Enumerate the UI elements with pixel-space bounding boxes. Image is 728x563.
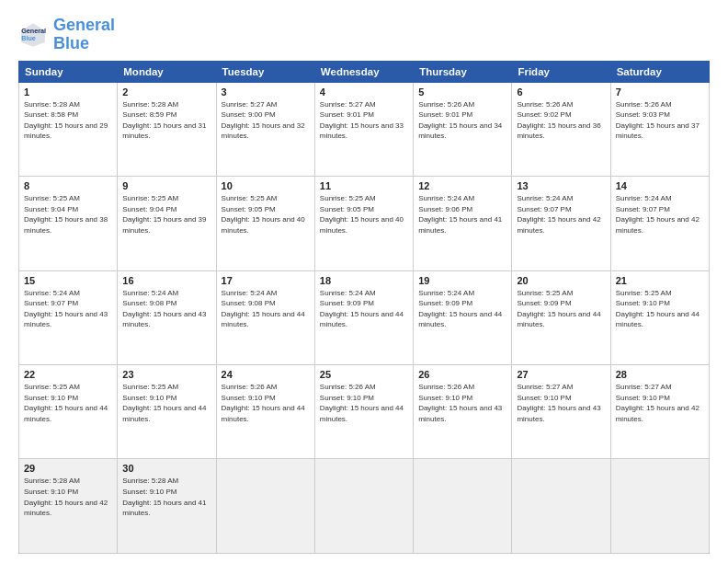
day-number: 14 (616, 180, 704, 191)
day-number: 6 (517, 86, 605, 98)
calendar-cell: 26Sunrise: 5:26 AMSunset: 9:10 PMDayligh… (414, 365, 512, 459)
day-number: 7 (616, 86, 704, 98)
weekday-header-friday: Friday (512, 61, 610, 82)
day-number: 9 (122, 180, 210, 191)
day-number: 22 (24, 369, 112, 380)
day-number: 16 (122, 275, 210, 286)
day-number: 24 (222, 369, 310, 380)
weekday-header-row: SundayMondayTuesdayWednesdayThursdayFrid… (19, 61, 710, 82)
calendar-cell: 8Sunrise: 5:25 AMSunset: 9:04 PMDaylight… (19, 177, 118, 270)
calendar-cell: 21Sunrise: 5:25 AMSunset: 9:10 PMDayligh… (610, 270, 709, 364)
day-info: Sunrise: 5:26 AMSunset: 9:10 PMDaylight:… (320, 382, 408, 424)
day-number: 19 (418, 275, 506, 286)
day-info: Sunrise: 5:26 AMSunset: 9:01 PMDaylight:… (418, 99, 506, 142)
day-number: 25 (320, 369, 408, 380)
logo-text: GeneralBlue (53, 17, 115, 53)
calendar-cell: 22Sunrise: 5:25 AMSunset: 9:10 PMDayligh… (19, 365, 118, 459)
calendar-cell (512, 459, 610, 554)
calendar-cell: 1Sunrise: 5:28 AMSunset: 8:58 PMDaylight… (19, 82, 118, 176)
calendar-cell: 13Sunrise: 5:24 AMSunset: 9:07 PMDayligh… (512, 177, 610, 270)
week-row-3: 15Sunrise: 5:24 AMSunset: 9:07 PMDayligh… (19, 270, 710, 364)
day-info: Sunrise: 5:24 AMSunset: 9:07 PMDaylight:… (24, 288, 112, 330)
day-number: 30 (122, 463, 210, 474)
day-number: 23 (122, 369, 210, 380)
day-info: Sunrise: 5:24 AMSunset: 9:08 PMDaylight:… (222, 288, 310, 330)
day-info: Sunrise: 5:27 AMSunset: 9:00 PMDaylight:… (222, 99, 310, 142)
calendar-cell (414, 459, 512, 554)
day-info: Sunrise: 5:27 AMSunset: 9:10 PMDaylight:… (616, 382, 704, 424)
day-info: Sunrise: 5:24 AMSunset: 9:09 PMDaylight:… (320, 288, 408, 330)
day-number: 10 (222, 180, 310, 191)
calendar-cell: 4Sunrise: 5:27 AMSunset: 9:01 PMDaylight… (314, 82, 413, 176)
day-number: 29 (24, 463, 112, 474)
calendar-cell: 25Sunrise: 5:26 AMSunset: 9:10 PMDayligh… (314, 365, 413, 459)
weekday-header-thursday: Thursday (414, 61, 512, 82)
day-info: Sunrise: 5:28 AMSunset: 8:59 PMDaylight:… (122, 99, 210, 142)
calendar-cell: 23Sunrise: 5:25 AMSunset: 9:10 PMDayligh… (118, 365, 216, 459)
week-row-2: 8Sunrise: 5:25 AMSunset: 9:04 PMDaylight… (19, 177, 710, 270)
calendar-cell: 6Sunrise: 5:26 AMSunset: 9:02 PMDaylight… (512, 82, 610, 176)
calendar-table: SundayMondayTuesdayWednesdayThursdayFrid… (18, 61, 710, 554)
calendar-cell: 18Sunrise: 5:24 AMSunset: 9:09 PMDayligh… (314, 270, 413, 364)
calendar-cell: 27Sunrise: 5:27 AMSunset: 9:10 PMDayligh… (512, 365, 610, 459)
day-info: Sunrise: 5:24 AMSunset: 9:07 PMDaylight:… (616, 193, 704, 236)
day-info: Sunrise: 5:25 AMSunset: 9:10 PMDaylight:… (24, 382, 112, 424)
calendar-cell: 2Sunrise: 5:28 AMSunset: 8:59 PMDaylight… (118, 82, 216, 176)
day-info: Sunrise: 5:25 AMSunset: 9:05 PMDaylight:… (320, 193, 408, 236)
calendar-cell (216, 459, 314, 554)
weekday-header-wednesday: Wednesday (314, 61, 413, 82)
day-number: 12 (418, 180, 506, 191)
day-info: Sunrise: 5:26 AMSunset: 9:10 PMDaylight:… (418, 382, 506, 424)
day-info: Sunrise: 5:25 AMSunset: 9:10 PMDaylight:… (616, 288, 704, 330)
calendar-cell: 14Sunrise: 5:24 AMSunset: 9:07 PMDayligh… (610, 177, 709, 270)
day-info: Sunrise: 5:26 AMSunset: 9:03 PMDaylight:… (616, 99, 704, 142)
calendar-cell (610, 459, 709, 554)
day-info: Sunrise: 5:28 AMSunset: 9:10 PMDaylight:… (122, 476, 210, 518)
week-row-5: 29Sunrise: 5:28 AMSunset: 9:10 PMDayligh… (19, 459, 710, 554)
weekday-header-saturday: Saturday (610, 61, 709, 82)
day-number: 2 (122, 86, 210, 98)
logo: General Blue GeneralBlue (18, 17, 115, 53)
day-info: Sunrise: 5:24 AMSunset: 9:07 PMDaylight:… (517, 193, 605, 236)
calendar-cell: 16Sunrise: 5:24 AMSunset: 9:08 PMDayligh… (118, 270, 216, 364)
day-info: Sunrise: 5:25 AMSunset: 9:05 PMDaylight:… (222, 193, 310, 236)
day-info: Sunrise: 5:25 AMSunset: 9:10 PMDaylight:… (122, 382, 210, 424)
calendar-cell: 28Sunrise: 5:27 AMSunset: 9:10 PMDayligh… (610, 365, 709, 459)
calendar-cell: 9Sunrise: 5:25 AMSunset: 9:04 PMDaylight… (118, 177, 216, 270)
day-info: Sunrise: 5:24 AMSunset: 9:08 PMDaylight:… (122, 288, 210, 330)
day-info: Sunrise: 5:24 AMSunset: 9:09 PMDaylight:… (418, 288, 506, 330)
day-number: 21 (616, 275, 704, 286)
calendar-cell: 10Sunrise: 5:25 AMSunset: 9:05 PMDayligh… (216, 177, 314, 270)
calendar-cell: 19Sunrise: 5:24 AMSunset: 9:09 PMDayligh… (414, 270, 512, 364)
day-number: 3 (222, 86, 310, 98)
calendar-cell (314, 459, 413, 554)
day-number: 8 (24, 180, 112, 191)
day-info: Sunrise: 5:27 AMSunset: 9:10 PMDaylight:… (517, 382, 605, 424)
day-info: Sunrise: 5:25 AMSunset: 9:04 PMDaylight:… (122, 193, 210, 236)
weekday-header-monday: Monday (118, 61, 216, 82)
day-info: Sunrise: 5:28 AMSunset: 8:58 PMDaylight:… (24, 99, 112, 142)
day-number: 20 (517, 275, 605, 286)
calendar-cell: 17Sunrise: 5:24 AMSunset: 9:08 PMDayligh… (216, 270, 314, 364)
calendar-page: General Blue GeneralBlue SundayMondayTue… (0, 0, 728, 563)
day-info: Sunrise: 5:24 AMSunset: 9:06 PMDaylight:… (418, 193, 506, 236)
calendar-cell: 5Sunrise: 5:26 AMSunset: 9:01 PMDaylight… (414, 82, 512, 176)
day-number: 18 (320, 275, 408, 286)
day-number: 15 (24, 275, 112, 286)
day-info: Sunrise: 5:28 AMSunset: 9:10 PMDaylight:… (24, 476, 112, 518)
day-info: Sunrise: 5:27 AMSunset: 9:01 PMDaylight:… (320, 99, 408, 142)
day-info: Sunrise: 5:26 AMSunset: 9:02 PMDaylight:… (517, 99, 605, 142)
calendar-cell: 3Sunrise: 5:27 AMSunset: 9:00 PMDaylight… (216, 82, 314, 176)
svg-text:Blue: Blue (21, 33, 36, 41)
calendar-cell: 7Sunrise: 5:26 AMSunset: 9:03 PMDaylight… (610, 82, 709, 176)
calendar-cell: 20Sunrise: 5:25 AMSunset: 9:09 PMDayligh… (512, 270, 610, 364)
day-number: 27 (517, 369, 605, 380)
week-row-4: 22Sunrise: 5:25 AMSunset: 9:10 PMDayligh… (19, 365, 710, 459)
day-number: 5 (418, 86, 506, 98)
day-info: Sunrise: 5:25 AMSunset: 9:09 PMDaylight:… (517, 288, 605, 330)
day-number: 1 (24, 86, 112, 98)
calendar-cell: 15Sunrise: 5:24 AMSunset: 9:07 PMDayligh… (19, 270, 118, 364)
calendar-cell: 24Sunrise: 5:26 AMSunset: 9:10 PMDayligh… (216, 365, 314, 459)
day-number: 17 (222, 275, 310, 286)
day-number: 26 (418, 369, 506, 380)
